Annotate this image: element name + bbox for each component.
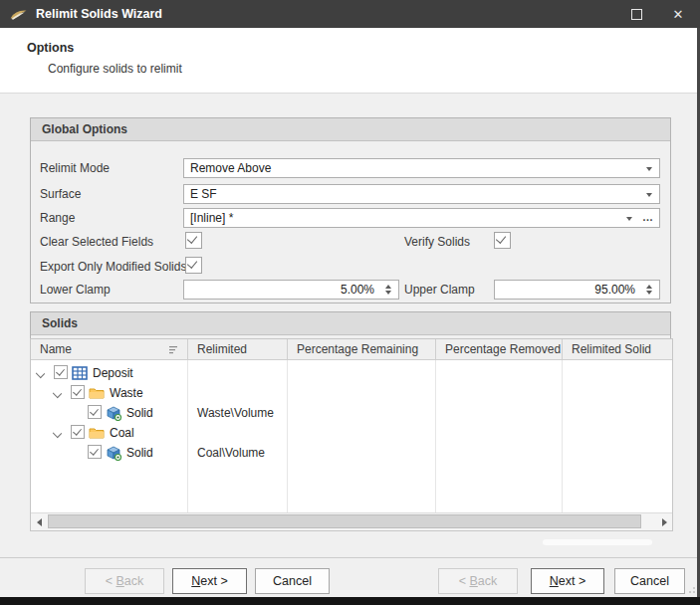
close-button[interactable]: ✕ <box>661 0 695 28</box>
solids-tree-table: NameRelimited VolumePercentage Remaining… <box>30 338 673 531</box>
tree-row-solid-4[interactable]: SolidCoal\Volume <box>31 443 672 463</box>
lower-clamp-spinner[interactable]: 5.00% <box>183 280 399 300</box>
column-header-percentage-remaining[interactable]: Percentage Remaining <box>288 339 436 359</box>
column-header-relimited-solid[interactable]: Relimited Solid <box>563 339 672 359</box>
row-checkbox[interactable] <box>88 405 102 419</box>
scroll-right-button[interactable] <box>656 513 672 530</box>
maximize-icon <box>631 9 642 20</box>
surface-label: Surface <box>40 184 81 204</box>
upper-clamp-label: Upper Clamp <box>404 280 475 300</box>
close-icon: ✕ <box>673 8 684 21</box>
relimited-volume-cell <box>188 363 288 383</box>
row-checkbox[interactable] <box>71 385 85 399</box>
window-bottom-edge <box>0 597 700 605</box>
global-options-header: Global Options <box>31 118 670 141</box>
horizontal-scrollbar[interactable] <box>31 512 672 530</box>
button-label: < Back <box>459 574 498 588</box>
button-label: Cancel <box>273 574 312 588</box>
check-icon <box>73 426 82 435</box>
solids-header: Solids <box>31 312 670 335</box>
tree-row-deposit-0[interactable]: Deposit <box>31 363 672 383</box>
range-ellipsis-button[interactable]: … <box>642 211 654 223</box>
column-header-label: Relimited Solid <box>572 342 651 356</box>
solids-group: Solids NameRelimited VolumePercentage Re… <box>30 311 671 530</box>
lower-clamp-value: 5.00% <box>341 281 374 299</box>
relimit-mode-dropdown[interactable]: Remove Above <box>183 158 660 178</box>
row-checkbox[interactable] <box>88 445 102 459</box>
folder-icon <box>89 425 105 441</box>
right-back-button: < Back <box>438 568 518 594</box>
column-header-label: Percentage Removed <box>445 342 561 356</box>
tree-node-label[interactable]: Solid <box>126 443 153 463</box>
column-header-percentage-removed[interactable]: Percentage Removed <box>436 339 563 359</box>
check-icon <box>73 386 82 395</box>
tree-node-label[interactable]: Coal <box>110 423 134 443</box>
right-next-button[interactable]: Next > <box>531 568 604 594</box>
tree-node-label[interactable]: Solid <box>126 403 153 423</box>
table-body: DepositWasteSolidWaste\VolumeCoalSolidCo… <box>31 360 672 512</box>
surface-dropdown[interactable]: E SF <box>183 184 660 204</box>
column-header-label: Percentage Remaining <box>297 342 418 356</box>
chevron-down-icon[interactable] <box>626 217 632 221</box>
expander-chevron-icon[interactable] <box>53 389 62 398</box>
column-header-relimited-volume[interactable]: Relimited Volume <box>188 339 288 359</box>
table-header-row: NameRelimited VolumePercentage Remaining… <box>31 339 672 360</box>
solid-cube-icon <box>106 445 121 461</box>
resize-grip[interactable] <box>686 586 696 594</box>
app-logo-icon <box>9 6 29 22</box>
expander-chevron-icon[interactable] <box>36 369 45 378</box>
scrollbar-thumb[interactable] <box>48 514 641 528</box>
export-only-modified-solids-label: Export Only Modified Solids <box>40 257 186 277</box>
title-bar: Relimit Solids Wizard ✕ <box>0 0 700 28</box>
right-cancel-button[interactable]: Cancel <box>614 568 685 594</box>
button-label: Next > <box>191 574 227 588</box>
check-icon <box>56 366 65 375</box>
check-icon <box>90 406 99 415</box>
button-label: Next > <box>550 574 585 588</box>
range-dropdown[interactable]: [Inline] * … <box>183 208 660 228</box>
range-value: [Inline] * <box>190 211 233 225</box>
chevron-down-icon[interactable] <box>646 167 652 171</box>
export-only-modified-solids-checkbox[interactable] <box>185 257 202 274</box>
spin-down-icon[interactable] <box>646 291 652 295</box>
deposit-grid-icon <box>72 365 88 381</box>
page-subtitle: Configure solids to relimit <box>48 62 182 76</box>
relimited-volume-cell: Coal\Volume <box>188 443 288 463</box>
scroll-left-button[interactable] <box>31 513 47 530</box>
tree-node-label[interactable]: Waste <box>110 383 143 403</box>
clear-selected-fields-label: Clear Selected Fields <box>40 232 153 252</box>
surface-value: E SF <box>190 187 217 201</box>
verify-solids-label: Verify Solids <box>404 232 470 252</box>
spin-up-icon[interactable] <box>385 285 391 289</box>
expander-chevron-icon[interactable] <box>53 429 62 438</box>
row-checkbox[interactable] <box>71 425 85 439</box>
tree-row-solid-2[interactable]: SolidWaste\Volume <box>31 403 672 423</box>
button-label: Cancel <box>630 574 669 588</box>
spin-down-icon[interactable] <box>385 291 391 295</box>
relimited-volume-cell <box>188 383 288 403</box>
column-header-label: Name <box>40 342 72 356</box>
tree-row-waste-1[interactable]: Waste <box>31 383 672 403</box>
upper-clamp-spinner[interactable]: 95.00% <box>494 280 660 300</box>
clear-selected-fields-checkbox[interactable] <box>185 232 202 249</box>
chevron-down-icon[interactable] <box>646 193 652 197</box>
relimit-mode-value: Remove Above <box>190 161 271 175</box>
check-icon <box>187 258 197 269</box>
global-options-group: Global Options Relimit Mode Remove Above… <box>30 117 671 303</box>
relimited-volume-cell <box>188 423 288 443</box>
relimited-volume-cell: Waste\Volume <box>188 403 288 423</box>
left-next-button[interactable]: Next > <box>172 568 247 594</box>
tree-node-label[interactable]: Deposit <box>93 363 133 383</box>
maximize-button[interactable] <box>619 0 653 28</box>
left-cancel-button[interactable]: Cancel <box>255 568 330 594</box>
verify-solids-checkbox[interactable] <box>494 232 511 249</box>
arrow-right-icon <box>662 518 667 526</box>
window-title: Relimit Solids Wizard <box>36 7 162 21</box>
row-checkbox[interactable] <box>54 365 68 379</box>
spin-up-icon[interactable] <box>646 285 652 289</box>
range-label: Range <box>40 208 75 228</box>
solid-cube-icon <box>106 405 121 421</box>
check-icon <box>90 446 99 455</box>
column-header-name[interactable]: Name <box>31 339 188 359</box>
tree-row-coal-3[interactable]: Coal <box>31 423 672 443</box>
